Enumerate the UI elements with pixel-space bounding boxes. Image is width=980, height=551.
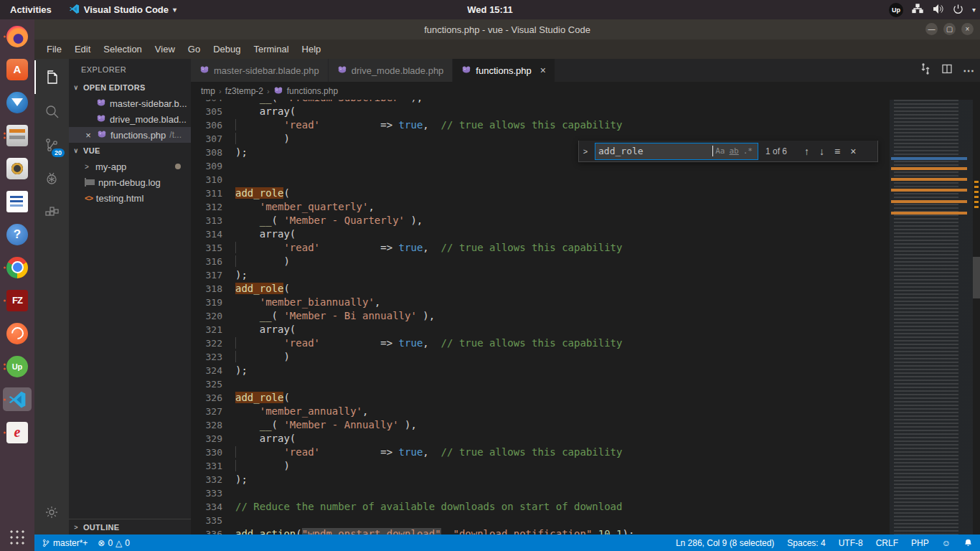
code-line[interactable]: 335 [191, 514, 890, 527]
code-line[interactable]: 316 ) [191, 255, 890, 268]
code-line[interactable]: 306 'read' => true, // true allows this … [191, 118, 890, 132]
dock-item-file-manager[interactable] [3, 123, 32, 147]
project-section-header[interactable]: ∨ VUE [69, 143, 191, 159]
code-line[interactable]: 313 __( 'Member - Quarterly' ), [191, 214, 890, 227]
code-line[interactable]: 305 array( [191, 105, 890, 118]
breadcrumb-segment[interactable]: fz3temp-2 [225, 86, 263, 96]
open-changes-icon[interactable] [920, 63, 931, 77]
dock-item-media-player[interactable] [3, 156, 32, 180]
overview-ruler[interactable] [973, 100, 980, 534]
code-line[interactable]: 330 'read' => true, // true allows this … [191, 446, 890, 459]
code-line[interactable]: 334// Reduce the number of available dow… [191, 500, 890, 514]
more-actions-icon[interactable]: ⋯ [963, 64, 974, 77]
find-in-selection-icon[interactable]: ≡ [831, 146, 843, 157]
search-activity-icon[interactable] [34, 94, 69, 128]
git-branch-indicator[interactable]: master*+ [42, 538, 88, 548]
code-line[interactable]: 312 'member_quarterly', [191, 200, 890, 214]
tab-functions-php[interactable]: functions.php× [453, 59, 555, 82]
dock-item-help[interactable]: ? [3, 222, 32, 246]
menu-item-terminal[interactable]: Terminal [247, 39, 295, 59]
menu-item-view[interactable]: View [149, 39, 182, 59]
problems-indicator[interactable]: ⊗ 0 △ 0 [98, 538, 130, 548]
volume-icon[interactable] [932, 4, 944, 17]
dock-item-filezilla[interactable]: FZ [3, 288, 32, 312]
code-line[interactable]: 311add_role( [191, 187, 890, 200]
menu-item-help[interactable]: Help [296, 39, 328, 59]
toggle-replace-icon[interactable]: > [580, 147, 590, 156]
breadcrumb-segment[interactable]: functions.php [287, 86, 338, 96]
minimap[interactable] [890, 100, 973, 534]
debug-activity-icon[interactable] [34, 161, 69, 195]
previous-match-icon[interactable]: ↑ [801, 146, 812, 157]
open-editor-item[interactable]: ×functions.php/t... [69, 127, 191, 143]
close-editor-icon[interactable]: × [83, 130, 93, 141]
dock-item-vscode[interactable] [3, 387, 32, 411]
activities-button[interactable]: Activities [0, 0, 62, 19]
menu-item-debug[interactable]: Debug [207, 39, 247, 59]
menu-item-selection[interactable]: Selection [97, 39, 148, 59]
minimize-button[interactable]: — [925, 23, 938, 35]
power-icon[interactable] [953, 4, 963, 17]
close-tab-icon[interactable]: × [540, 65, 546, 76]
menu-item-go[interactable]: Go [182, 39, 207, 59]
language-indicator[interactable]: PHP [911, 538, 929, 548]
code-line[interactable]: 322 'read' => true, // true allows this … [191, 336, 890, 350]
code-line[interactable]: 329 array( [191, 432, 890, 446]
close-find-icon[interactable]: × [847, 146, 859, 157]
match-case-icon[interactable]: Aa [713, 146, 727, 156]
code-line[interactable]: 324); [191, 364, 890, 377]
clock[interactable]: Wed 15:11 [467, 4, 512, 15]
dock-item-firefox[interactable] [3, 24, 32, 48]
code-line[interactable]: 331 ) [191, 459, 890, 473]
code-line[interactable]: 319 'member_biannually', [191, 296, 890, 309]
menu-item-edit[interactable]: Edit [68, 39, 97, 59]
dock-item-chrome[interactable] [3, 255, 32, 279]
close-button[interactable]: × [961, 23, 974, 35]
tree-item-npm-debug-log[interactable]: npm-debug.log [69, 174, 191, 190]
split-editor-icon[interactable] [941, 63, 953, 77]
extensions-activity-icon[interactable] [34, 195, 69, 229]
dock-item-libreoffice-writer[interactable] [3, 189, 32, 213]
breadcrumb-segment[interactable]: tmp [201, 86, 215, 96]
dock-item-ubuntu-software[interactable]: A [3, 57, 32, 81]
code-line[interactable]: 325 [191, 377, 890, 391]
dock-item-annotator[interactable]: e [3, 420, 32, 444]
code-line[interactable]: 314 array( [191, 227, 890, 241]
outline-section-header[interactable]: > OUTLINE [69, 519, 191, 534]
code-line[interactable]: 332); [191, 473, 890, 486]
code-line[interactable]: 327 'member_annually', [191, 405, 890, 418]
maximize-button[interactable]: ▢ [943, 23, 956, 35]
tab-drive-mode-blade-php[interactable]: drive_mode.blade.php [329, 59, 453, 82]
source-control-activity-icon[interactable]: 20 [34, 128, 69, 161]
open-editors-header[interactable]: ∨ OPEN EDITORS [69, 80, 191, 95]
eol-indicator[interactable]: CRLF [876, 538, 898, 548]
code-line[interactable]: 333 [191, 486, 890, 500]
regex-icon[interactable]: .* [741, 146, 755, 156]
whole-word-icon[interactable]: ab [727, 146, 741, 156]
cursor-position[interactable]: Ln 286, Col 9 (8 selected) [676, 538, 774, 548]
code-line[interactable]: 326add_role( [191, 391, 890, 405]
code-line[interactable]: 318add_role( [191, 282, 890, 296]
dock-item-postman[interactable] [3, 321, 32, 345]
code-line[interactable]: 315 'read' => true, // true allows this … [191, 241, 890, 255]
code-area[interactable]: 304 __( 'Premium Subscriber' ),305 array… [191, 100, 980, 534]
code-line[interactable]: 321 array( [191, 323, 890, 336]
menu-item-file[interactable]: File [40, 39, 68, 59]
tray-caret-down-icon[interactable]: ▾ [972, 6, 976, 14]
search-input[interactable]: add_role Aa ab .* [595, 143, 758, 160]
code-line[interactable]: 317); [191, 268, 890, 282]
feedback-smiley-icon[interactable]: ☺ [942, 538, 951, 548]
tab-master-sidebar-blade-php[interactable]: master-sidebar.blade.php [191, 59, 329, 82]
network-icon[interactable] [912, 4, 923, 16]
open-editor-item[interactable]: drive_mode.blad... [69, 111, 191, 127]
notifications-bell-icon[interactable] [963, 538, 973, 548]
tree-item-my-app[interactable]: >my-app [69, 159, 191, 174]
next-match-icon[interactable]: ↓ [816, 146, 827, 157]
open-editor-item[interactable]: master-sidebar.b... [69, 95, 191, 111]
code-line[interactable]: 304 __( 'Premium Subscriber' ), [191, 100, 890, 105]
window-title-bar[interactable]: functions.php - vue - Visual Studio Code… [34, 19, 980, 39]
show-applications-button[interactable] [9, 529, 25, 545]
upwork-tray-icon[interactable]: Up [889, 3, 903, 17]
code-line[interactable]: 320 __( 'Member - Bi annually' ), [191, 309, 890, 323]
indentation-indicator[interactable]: Spaces: 4 [787, 538, 825, 548]
